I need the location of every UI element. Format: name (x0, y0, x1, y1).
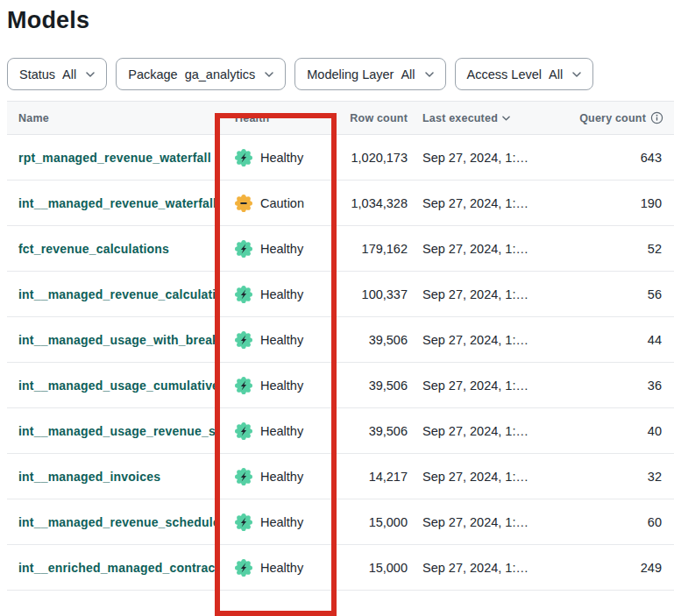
last-executed-cell: Sep 27, 2024, 1:… (409, 242, 543, 256)
model-name-link[interactable]: int__managed_revenue_waterfall (18, 196, 216, 210)
health-cell: Healthy (216, 331, 335, 349)
query-count-cell: 56 (543, 287, 674, 301)
model-name-link[interactable]: int__enriched_managed_contracts (18, 561, 216, 575)
filter-value: All (62, 67, 76, 81)
filter-modeling-layer[interactable]: Modeling Layer All (294, 58, 445, 90)
query-count-cell: 643 (543, 151, 674, 165)
column-header-last-executed[interactable]: Last executed (409, 112, 543, 124)
last-executed-cell: Sep 27, 2024, 1:… (409, 379, 543, 393)
health-status-label: Healthy (260, 242, 303, 256)
health-status-label: Healthy (260, 470, 303, 484)
name-cell: fct_revenue_calculations (7, 242, 216, 256)
bolt-badge-icon (235, 468, 252, 485)
health-cell: Caution (216, 195, 335, 212)
query-count-cell: 60 (543, 515, 674, 529)
health-status-label: Healthy (260, 561, 303, 575)
row-count-cell: 39,506 (335, 379, 409, 393)
info-circle-icon[interactable] (650, 111, 663, 124)
table-row: int__managed_revenue_waterfall Caution (7, 181, 674, 226)
query-count-cell: 36 (543, 379, 674, 393)
query-count-cell: 52 (543, 242, 674, 256)
health-status-label: Healthy (260, 151, 303, 165)
row-count-cell: 39,506 (335, 333, 409, 347)
filter-access-level[interactable]: Access Level All (455, 58, 594, 90)
filter-label: Access Level (467, 67, 542, 81)
bolt-badge-icon (235, 240, 252, 258)
table-row: int__managed_revenue_schedule_… Healthy (7, 499, 674, 545)
last-executed-cell: Sep 27, 2024, 1:… (409, 196, 543, 210)
row-count-cell: 1,020,173 (335, 151, 409, 165)
health-cell: Healthy (216, 513, 335, 531)
bolt-badge-icon (235, 559, 252, 577)
filter-bar: Status All Package ga_analytics Modeling… (7, 58, 681, 90)
filter-label: Status (19, 67, 55, 81)
column-header-name: Name (7, 112, 216, 124)
bolt-badge-icon (235, 331, 252, 349)
health-cell: Healthy (216, 149, 335, 166)
models-page: Models Status All Package ga_analytics M… (0, 7, 681, 616)
table-header-row: Name Health Row count Last executed Quer… (7, 102, 674, 135)
last-executed-cell: Sep 27, 2024, 1:… (409, 561, 543, 575)
filter-label: Package (128, 67, 177, 81)
model-name-link[interactable]: int__managed_usage_with_breaka… (18, 333, 216, 347)
query-count-cell: 32 (543, 470, 674, 484)
model-name-link[interactable]: int__managed_usage_cumulative_… (18, 379, 216, 393)
last-executed-cell: Sep 27, 2024, 1:… (409, 470, 543, 484)
page-title: Models (7, 7, 681, 34)
health-cell: Healthy (216, 468, 335, 485)
health-status-label: Healthy (260, 515, 303, 529)
table-row: int__managed_invoices Healthy 14,2 (7, 454, 674, 499)
model-name-link[interactable]: int__managed_invoices (18, 470, 160, 484)
row-count-cell: 15,000 (335, 515, 409, 529)
row-count-cell: 15,000 (335, 561, 409, 575)
model-name-link[interactable]: rpt_managed_revenue_waterfall (18, 151, 211, 165)
row-count-cell: 179,162 (335, 242, 409, 256)
health-cell: Healthy (216, 240, 335, 258)
last-executed-cell: Sep 27, 2024, 1:… (409, 515, 543, 529)
model-name-link[interactable]: int__managed_revenue_schedule_… (18, 515, 216, 529)
chevron-down-icon (425, 72, 434, 77)
health-cell: Healthy (216, 377, 335, 394)
row-count-cell: 39,506 (335, 424, 409, 438)
name-cell: int__managed_revenue_calculations (7, 287, 216, 301)
model-name-link[interactable]: int__managed_revenue_calculations (18, 287, 216, 301)
health-cell: Healthy (216, 422, 335, 440)
filter-value: All (401, 67, 415, 81)
name-cell: int__managed_usage_with_breaka… (7, 333, 216, 347)
name-cell: int__managed_usage_cumulative_… (7, 379, 216, 393)
row-count-cell: 100,337 (335, 287, 409, 301)
bolt-badge-icon (235, 513, 252, 531)
bolt-badge-icon (235, 422, 252, 440)
filter-value: ga_analytics (185, 67, 256, 81)
column-header-label: Query count (579, 112, 646, 124)
column-header-health: Health (216, 112, 335, 124)
table-row: int__managed_revenue_calculations Health… (7, 272, 674, 317)
model-name-link[interactable]: int__managed_usage_revenue_sc… (18, 424, 216, 438)
table-row: fct_revenue_calculations Healthy 1 (7, 226, 674, 272)
query-count-cell: 44 (543, 333, 674, 347)
table-row: int__managed_usage_cumulative_… Healthy (7, 363, 674, 408)
row-count-cell: 1,034,328 (335, 196, 409, 210)
health-status-label: Caution (260, 196, 304, 210)
table-row: rpt_managed_revenue_waterfall Healthy (7, 135, 674, 181)
name-cell: int__managed_revenue_waterfall (7, 196, 216, 210)
bolt-badge-icon (235, 149, 252, 166)
dash-badge-icon (235, 195, 252, 212)
name-cell: int__managed_invoices (7, 470, 216, 484)
column-header-row-count: Row count (335, 112, 409, 124)
health-cell: Healthy (216, 559, 335, 577)
health-status-label: Healthy (260, 424, 303, 438)
column-header-query-count: Query count (543, 111, 674, 124)
bolt-badge-icon (235, 286, 252, 303)
filter-package[interactable]: Package ga_analytics (116, 58, 286, 90)
last-executed-cell: Sep 27, 2024, 1:… (409, 333, 543, 347)
health-status-label: Healthy (260, 287, 303, 301)
filter-status[interactable]: Status All (7, 58, 107, 90)
table-row: int__managed_usage_revenue_sc… Healthy (7, 408, 674, 454)
chevron-down-icon (265, 72, 273, 77)
column-header-label: Last executed (422, 112, 498, 124)
health-status-label: Healthy (260, 333, 303, 347)
name-cell: int__managed_usage_revenue_sc… (7, 424, 216, 438)
models-table: Name Health Row count Last executed Quer… (7, 101, 674, 591)
model-name-link[interactable]: fct_revenue_calculations (18, 242, 169, 256)
